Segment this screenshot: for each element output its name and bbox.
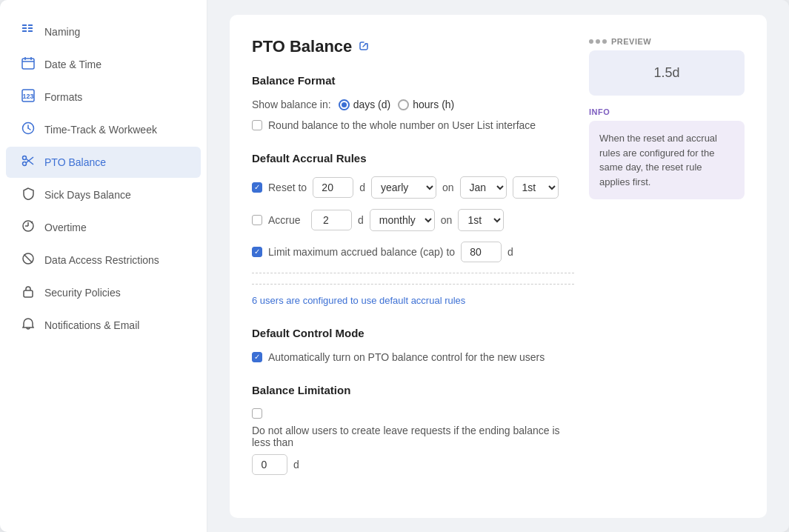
sidebar-item-sick[interactable]: Sick Days Balance: [6, 179, 201, 210]
info-text: When the reset and accrual rules are con…: [599, 133, 717, 187]
preview-dot-1: [589, 39, 593, 44]
calendar-icon: [21, 56, 36, 73]
balance-format-title: Balance Format: [252, 74, 574, 87]
svg-rect-0: [22, 24, 27, 26]
accrue-frequency-select[interactable]: monthly yearly weekly: [370, 209, 435, 231]
limit-value-input[interactable]: [252, 454, 287, 475]
accrue-checkbox[interactable]: [252, 215, 262, 225]
sidebar-label-sick: Sick Days Balance: [44, 189, 131, 201]
content-card: PREVIEW 1.5d INFO When the reset and acc…: [230, 15, 767, 518]
preview-dots: [589, 39, 607, 44]
sidebar-label-formats: Formats: [44, 91, 82, 103]
hours-radio-button[interactable]: [398, 99, 409, 110]
sidebar-label-security: Security Policies: [44, 287, 121, 299]
grid-icon: [21, 24, 36, 40]
limit-checkbox[interactable]: [252, 408, 262, 419]
svg-rect-25: [24, 290, 33, 297]
svg-point-15: [23, 162, 27, 166]
preview-value: 1.5d: [653, 65, 679, 80]
reset-value-input[interactable]: [313, 177, 353, 198]
sidebar-label-notifications: Notifications & Email: [44, 319, 139, 331]
svg-line-14: [28, 128, 30, 130]
bell-icon: [21, 317, 36, 333]
sidebar-item-datetime[interactable]: Date & Time: [6, 49, 201, 80]
cap-unit: d: [507, 246, 513, 258]
reset-unit: d: [359, 182, 365, 193]
limit-row: Do not allow users to create leave reque…: [252, 408, 574, 475]
cap-value-input[interactable]: [461, 242, 502, 262]
reset-on-label: on: [442, 182, 454, 193]
cap-label: Limit maximum accrued balance (cap) to: [268, 246, 455, 258]
days-radio-option[interactable]: days (d): [339, 99, 391, 110]
balance-limitation-section: Balance Limitation Do not allow users to…: [252, 384, 574, 475]
page-title-row: PTO Balance: [252, 37, 574, 56]
auto-control-row: Automatically turn on PTO balance contro…: [252, 351, 574, 363]
svg-rect-2: [22, 27, 27, 29]
accrue-value-input[interactable]: [311, 210, 352, 230]
show-balance-label: Show balance in:: [252, 99, 331, 110]
sidebar-label-pto: PTO Balance: [44, 156, 106, 168]
sidebar-label-datetime: Date & Time: [44, 59, 101, 70]
link-icon: [358, 39, 371, 55]
lock-icon: [21, 285, 36, 301]
balance-format-row: Show balance in: days (d) hours (h): [252, 99, 574, 110]
balance-limitation-title: Balance Limitation: [252, 384, 574, 396]
balance-format-section: Balance Format Show balance in: days (d)…: [252, 74, 574, 131]
sidebar-label-overtime: Overtime: [44, 222, 87, 233]
sidebar-item-timetrack[interactable]: Time-Track & Workweek: [6, 114, 201, 145]
users-note: 6 users are configured to use default ac…: [252, 284, 574, 306]
sidebar-item-overtime[interactable]: Overtime: [6, 212, 201, 243]
round-balance-label: Round balance to the whole number on Use…: [268, 119, 536, 131]
info-label: INFO: [589, 107, 745, 116]
reset-day-select[interactable]: 1st 2nd 3rd: [513, 176, 559, 199]
sidebar-item-naming[interactable]: Naming: [6, 16, 201, 47]
hours-label: hours (h): [413, 99, 454, 110]
accrue-on-label: on: [441, 214, 453, 226]
svg-point-16: [23, 156, 27, 160]
auto-control-checkbox[interactable]: [252, 352, 262, 362]
accrual-rules-section: Default Accrual Rules Reset to d yearly …: [252, 152, 574, 306]
reset-label: Reset to: [268, 182, 307, 193]
preview-title: PREVIEW: [611, 37, 651, 46]
days-label: days (d): [353, 99, 391, 110]
scissors-icon: [21, 154, 36, 170]
preview-panel: PREVIEW 1.5d: [589, 37, 745, 96]
svg-rect-3: [28, 27, 33, 29]
main-relative: PREVIEW 1.5d INFO When the reset and acc…: [252, 37, 745, 475]
svg-rect-4: [22, 30, 27, 32]
accrual-rules-title: Default Accrual Rules: [252, 152, 574, 164]
control-mode-title: Default Control Mode: [252, 327, 574, 339]
days-radio-button[interactable]: [339, 99, 350, 110]
accrue-day-select[interactable]: 1st 2nd: [458, 209, 504, 231]
cap-row: Limit maximum accrued balance (cap) to d: [252, 242, 574, 262]
limit-unit: d: [293, 459, 299, 471]
sidebar-item-data[interactable]: Data Access Restrictions: [6, 245, 201, 276]
reset-month-select[interactable]: Jan Feb Mar Apr: [460, 176, 507, 199]
accrue-label: Accrue: [268, 214, 305, 226]
svg-text:123: 123: [22, 93, 33, 100]
sidebar-item-formats[interactable]: 123 Formats: [6, 82, 201, 113]
auto-control-label: Automatically turn on PTO balance contro…: [268, 351, 545, 363]
sidebar-item-notifications[interactable]: Notifications & Email: [6, 310, 201, 341]
limit-label: Do not allow users to create leave reque…: [252, 425, 574, 448]
hours-radio-option[interactable]: hours (h): [398, 99, 454, 110]
reset-frequency-select[interactable]: yearly monthly weekly: [371, 176, 436, 199]
restrict-icon: [21, 252, 36, 268]
shield-icon: [21, 187, 36, 203]
sidebar-item-security[interactable]: Security Policies: [6, 277, 201, 308]
cap-checkbox[interactable]: [252, 247, 262, 257]
svg-rect-5: [28, 30, 33, 32]
info-box: When the reset and accrual rules are con…: [589, 121, 745, 199]
sidebar: Naming Date & Time 123 Formats: [0, 0, 207, 532]
sidebar-label-data: Data Access Restrictions: [44, 254, 159, 266]
svg-line-24: [24, 255, 33, 263]
number-icon: 123: [21, 89, 36, 105]
overtime-icon: [21, 219, 36, 236]
reset-checkbox[interactable]: [252, 182, 262, 193]
round-balance-checkbox[interactable]: [252, 120, 262, 130]
reset-row: Reset to d yearly monthly weekly on Jan: [252, 176, 574, 199]
sidebar-label-naming: Naming: [44, 26, 80, 38]
accrue-row: Accrue d monthly yearly weekly on 1st: [252, 209, 574, 231]
content-left: PTO Balance Balance Format: [252, 37, 574, 475]
sidebar-item-pto[interactable]: PTO Balance: [6, 147, 201, 178]
